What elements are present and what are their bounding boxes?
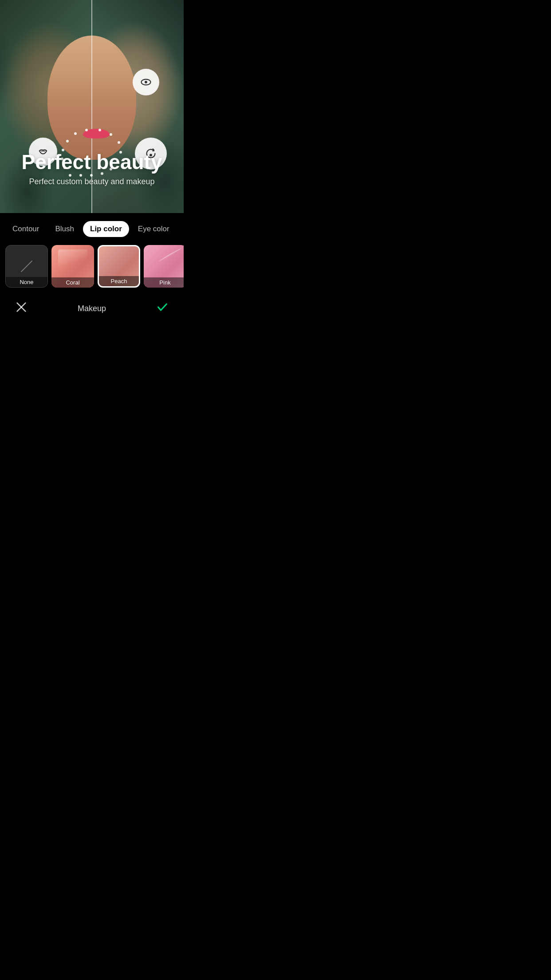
swatch-peach[interactable]: Peach: [98, 245, 140, 288]
svg-point-1: [145, 81, 147, 83]
swatch-coral-label: Coral: [51, 277, 94, 288]
confirm-button[interactable]: [153, 301, 171, 316]
text-overlay: Perfect beauty Perfect custom beauty and…: [0, 151, 184, 186]
swatch-peach-label: Peach: [99, 276, 139, 286]
tab-eye-color[interactable]: Eye color: [131, 221, 177, 237]
swatch-none-label: None: [6, 277, 47, 287]
swatches-row: None Coral Peach Pink Orange Red: [0, 243, 184, 295]
cancel-button[interactable]: [12, 301, 30, 316]
eye-icon-button[interactable]: [133, 69, 159, 95]
swatch-pink[interactable]: Pink: [144, 245, 184, 288]
photo-preview: Perfect beauty Perfect custom beauty and…: [0, 0, 184, 213]
swatch-pink-label: Pink: [144, 277, 184, 288]
subtitle: Perfect custom beauty and makeup: [9, 177, 175, 186]
controls-panel: Contour Blush Lip color Eye color Eyebr.…: [0, 213, 184, 327]
main-title: Perfect beauty: [9, 151, 175, 174]
bottom-bar: Makeup: [0, 295, 184, 327]
tab-eyebrow[interactable]: Eyebr...: [178, 221, 184, 237]
tab-contour[interactable]: Contour: [5, 221, 46, 237]
swatch-coral[interactable]: Coral: [51, 245, 94, 288]
tab-blush[interactable]: Blush: [48, 221, 81, 237]
swatch-none[interactable]: None: [5, 245, 48, 288]
tab-bar: Contour Blush Lip color Eye color Eyebr.…: [0, 213, 184, 243]
tab-lip-color[interactable]: Lip color: [83, 221, 129, 237]
bottom-title: Makeup: [78, 304, 106, 313]
